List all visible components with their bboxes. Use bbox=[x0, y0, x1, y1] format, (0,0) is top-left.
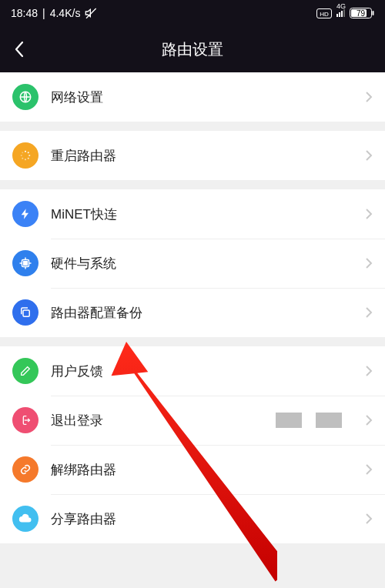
chevron-right-icon bbox=[365, 306, 373, 319]
svg-text:HD: HD bbox=[320, 10, 329, 17]
chip-icon bbox=[12, 250, 38, 276]
row-label: 网络设置 bbox=[51, 89, 365, 106]
row-label: 硬件与系统 bbox=[51, 255, 365, 272]
row-logout[interactable]: 退出登录 bbox=[0, 396, 385, 445]
svg-point-9 bbox=[28, 152, 29, 153]
bolt-icon bbox=[12, 201, 38, 227]
status-bar: 18:48 | 4.4K/s HD 4G bbox=[0, 0, 385, 26]
edit-icon bbox=[12, 358, 38, 384]
row-hardware-system[interactable]: 硬件与系统 bbox=[0, 239, 385, 288]
loading-icon bbox=[12, 142, 38, 169]
status-time: 18:48 bbox=[11, 7, 38, 19]
row-label: 解绑路由器 bbox=[51, 461, 365, 479]
chevron-right-icon bbox=[365, 463, 373, 476]
row-label: MiNET快连 bbox=[51, 205, 365, 223]
row-restart-router[interactable]: 重启路由器 bbox=[0, 131, 385, 180]
svg-text:79: 79 bbox=[357, 9, 366, 18]
svg-point-12 bbox=[25, 159, 26, 160]
row-config-backup[interactable]: 路由器配置备份 bbox=[0, 288, 385, 337]
chevron-right-icon bbox=[365, 513, 373, 525]
redacted-area bbox=[276, 413, 342, 428]
mute-icon bbox=[85, 7, 97, 19]
nav-bar: 路由设置 bbox=[0, 26, 385, 72]
row-label: 路由器配置备份 bbox=[51, 304, 365, 322]
svg-line-0 bbox=[86, 8, 96, 18]
svg-point-8 bbox=[25, 151, 26, 152]
svg-point-11 bbox=[28, 158, 29, 159]
status-speed: 4.4K/s bbox=[50, 7, 81, 19]
row-label: 重启路由器 bbox=[51, 147, 365, 165]
globe-icon bbox=[12, 84, 38, 110]
back-button[interactable] bbox=[0, 26, 38, 72]
battery-icon: 79 bbox=[350, 8, 374, 18]
chevron-right-icon bbox=[365, 91, 373, 103]
logout-icon bbox=[12, 407, 38, 433]
signal-icon: 4G bbox=[336, 9, 345, 17]
row-minet[interactable]: MiNET快连 bbox=[0, 189, 385, 239]
chevron-right-icon bbox=[365, 414, 373, 426]
row-network-settings[interactable]: 网络设置 bbox=[0, 72, 385, 122]
svg-rect-17 bbox=[24, 262, 28, 266]
section-spacer bbox=[0, 337, 385, 346]
cloud-icon bbox=[12, 506, 38, 532]
hd-icon: HD bbox=[316, 8, 332, 18]
link-icon bbox=[12, 456, 38, 483]
section-spacer bbox=[0, 122, 385, 131]
svg-point-14 bbox=[21, 155, 22, 156]
row-label: 分享路由器 bbox=[51, 510, 365, 528]
svg-point-15 bbox=[22, 152, 23, 153]
row-unbind[interactable]: 解绑路由器 bbox=[0, 445, 385, 494]
chevron-right-icon bbox=[365, 208, 373, 220]
row-feedback[interactable]: 用户反馈 bbox=[0, 346, 385, 396]
row-label: 用户反馈 bbox=[51, 362, 365, 380]
svg-point-13 bbox=[22, 158, 23, 159]
page-title: 路由设置 bbox=[0, 39, 385, 60]
copy-icon bbox=[12, 299, 38, 326]
svg-rect-4 bbox=[373, 11, 374, 15]
chevron-right-icon bbox=[365, 149, 373, 162]
chevron-right-icon bbox=[365, 257, 373, 269]
svg-rect-22 bbox=[23, 310, 29, 316]
svg-point-10 bbox=[28, 155, 30, 156]
chevron-right-icon bbox=[365, 365, 373, 377]
row-share[interactable]: 分享路由器 bbox=[0, 494, 385, 543]
section-spacer bbox=[0, 180, 385, 189]
